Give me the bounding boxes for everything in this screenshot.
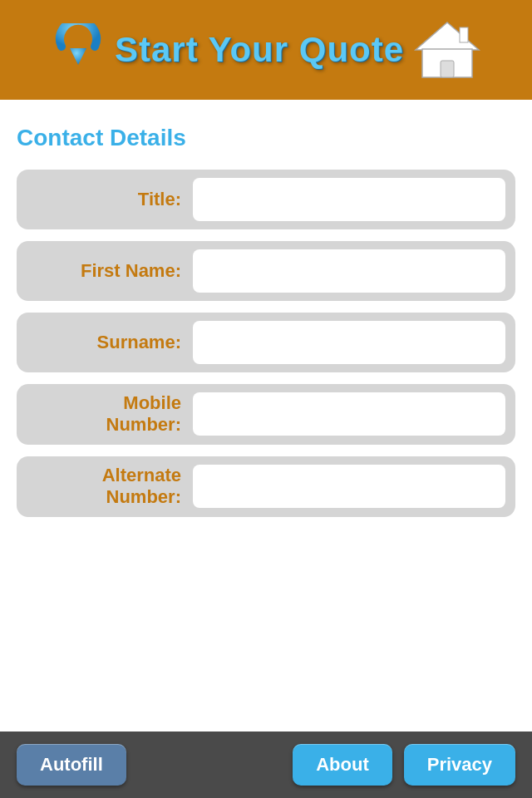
mobile-number-label: Mobile Number: <box>27 392 193 436</box>
autofill-button[interactable]: Autofill <box>17 744 126 786</box>
alternate-number-input[interactable] <box>193 465 505 508</box>
about-button[interactable]: About <box>293 744 392 786</box>
first-name-input[interactable] <box>193 249 505 293</box>
surname-field-row: Surname: <box>17 313 515 372</box>
app-title: Start Your Quote <box>115 30 404 70</box>
privacy-button[interactable]: Privacy <box>404 744 515 786</box>
download-arrow-icon <box>52 23 105 76</box>
main-content: Contact Details Title: First Name: Surna… <box>0 100 532 732</box>
section-title: Contact Details <box>17 125 515 151</box>
alternate-number-field-row: Alternate Number: <box>17 456 515 517</box>
app-header: Start Your Quote <box>0 0 532 100</box>
svg-marker-0 <box>70 48 86 65</box>
svg-rect-4 <box>441 61 454 77</box>
surname-input[interactable] <box>193 321 505 364</box>
first-name-label: First Name: <box>27 260 193 282</box>
alternate-number-label: Alternate Number: <box>27 465 193 509</box>
title-input[interactable] <box>193 178 505 221</box>
mobile-number-field-row: Mobile Number: <box>17 384 515 445</box>
app-footer: Autofill About Privacy <box>0 732 532 798</box>
mobile-number-input[interactable] <box>193 392 505 436</box>
title-label: Title: <box>27 189 193 210</box>
title-field-row: Title: <box>17 170 515 229</box>
svg-marker-1 <box>416 22 479 50</box>
footer-right-buttons: About Privacy <box>293 744 515 786</box>
house-icon <box>414 21 480 79</box>
svg-rect-2 <box>460 27 468 42</box>
first-name-field-row: First Name: <box>17 241 515 301</box>
surname-label: Surname: <box>27 332 193 353</box>
